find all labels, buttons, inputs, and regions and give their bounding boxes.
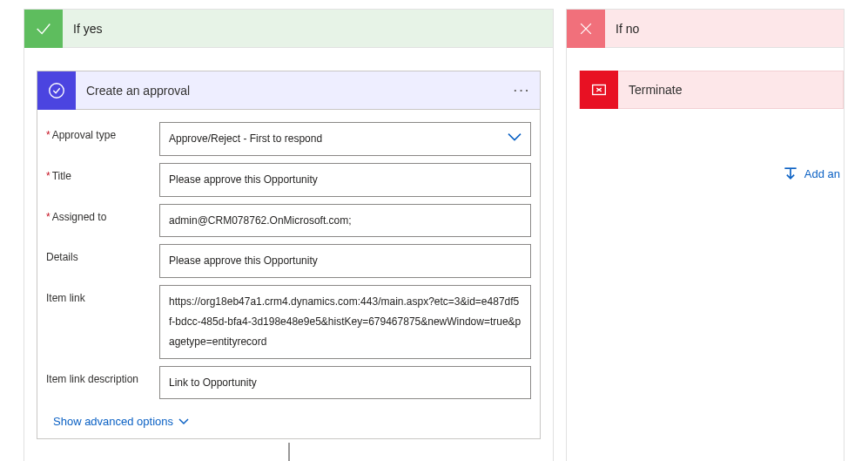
terminate-title: Terminate — [618, 83, 682, 97]
approval-type-label: Approval type — [46, 122, 159, 141]
item-link-input[interactable]: https://org18eb47a1.crm4.dynamics.com:44… — [159, 285, 531, 358]
item-link-desc-label: Item link description — [46, 366, 159, 385]
check-icon — [24, 10, 63, 48]
branch-no-header[interactable]: If no — [567, 10, 844, 48]
show-advanced-options-link[interactable]: Show advanced options — [53, 415, 189, 428]
create-approval-card: Create an approval ··· Approval type App… — [37, 71, 541, 439]
insert-step-icon — [782, 165, 799, 182]
show-advanced-options-label: Show advanced options — [53, 415, 173, 428]
approval-type-dropdown[interactable]: Approve/Reject - First to respond — [159, 122, 531, 156]
add-action-link[interactable]: Add an — [579, 165, 844, 182]
connector-arrow-icon — [37, 439, 541, 461]
assigned-to-input[interactable]: admin@CRM078762.OnMicrosoft.com; — [159, 204, 531, 238]
terminate-icon — [580, 71, 618, 109]
terminate-card[interactable]: Terminate — [579, 71, 844, 109]
create-approval-title: Create an approval — [76, 84, 505, 98]
branch-yes-title: If yes — [63, 22, 102, 36]
chevron-down-icon — [508, 129, 521, 149]
assigned-to-label: Assigned to — [46, 204, 159, 223]
svg-point-0 — [50, 83, 64, 98]
branch-if-no: If no Terminate — [566, 9, 844, 461]
item-link-desc-input[interactable]: Link to Opportunity — [159, 366, 531, 400]
details-label: Details — [46, 244, 159, 263]
create-approval-header[interactable]: Create an approval ··· — [37, 71, 540, 110]
title-input[interactable]: Please approve this Opportunity — [159, 163, 531, 197]
branch-no-title: If no — [605, 22, 639, 36]
approval-icon — [37, 71, 76, 110]
item-link-label: Item link — [46, 285, 159, 304]
branch-yes-header[interactable]: If yes — [24, 10, 553, 48]
more-icon[interactable]: ··· — [505, 84, 540, 97]
close-icon — [567, 10, 605, 48]
details-input[interactable]: Please approve this Opportunity — [159, 244, 531, 278]
add-action-label: Add an — [804, 167, 840, 180]
branch-if-yes: If yes Create an approval ··· App — [24, 9, 554, 461]
chevron-down-icon — [178, 415, 189, 428]
title-label: Title — [46, 163, 159, 182]
approval-type-value: Approve/Reject - First to respond — [169, 132, 322, 145]
